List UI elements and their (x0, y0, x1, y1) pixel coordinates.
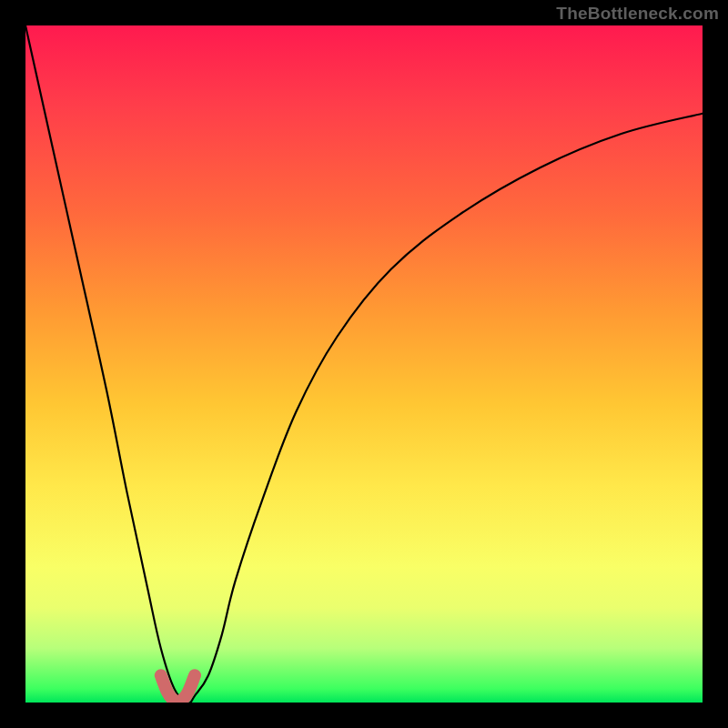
chart-frame: TheBottleneck.com (0, 0, 728, 728)
bottleneck-curve (25, 25, 703, 703)
watermark-text: TheBottleneck.com (556, 4, 719, 24)
trough-highlight (161, 675, 195, 702)
plot-area (25, 25, 703, 703)
curve-layer (25, 25, 703, 703)
